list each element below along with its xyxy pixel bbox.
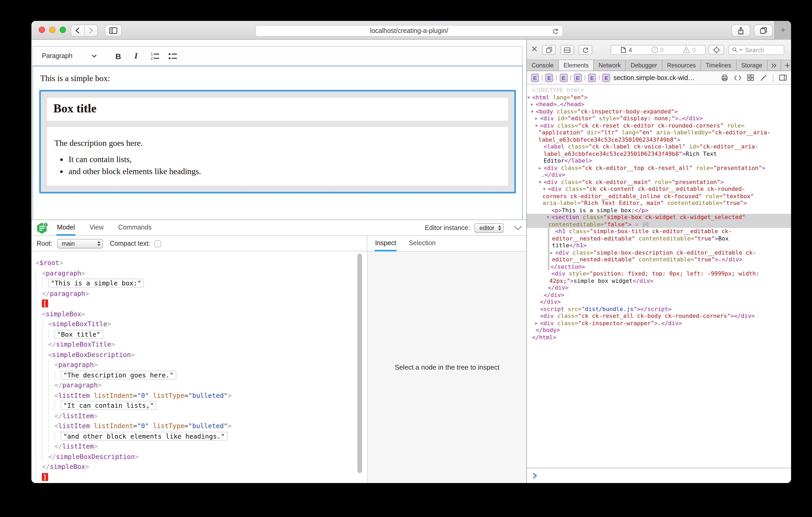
code-line[interactable]: <label class="ck ck-label ck-voice-label… (527, 143, 791, 150)
breadcrumb-selector[interactable]: section.simple-box.ck-wid… (613, 74, 695, 81)
devtools-tab-storage[interactable]: Storage (736, 60, 767, 70)
url-field[interactable]: localhost/creating-a-plugin/ (255, 25, 563, 37)
tab-view[interactable]: View (89, 220, 104, 236)
model-tree-line[interactable]: <simpleBoxDescription> (36, 349, 367, 360)
code-line[interactable]: label_e63cbbfece34c53ce23501062343f49b8"… (527, 136, 791, 143)
forward-button[interactable] (84, 25, 97, 36)
close-window-button[interactable] (39, 27, 45, 33)
devtools-reload-button[interactable] (579, 45, 592, 55)
description-paragraph[interactable]: The description goes here. (54, 139, 501, 148)
devtools-close-button[interactable] (531, 45, 538, 52)
root-select[interactable]: main (57, 239, 103, 248)
element-picker-button[interactable] (708, 45, 724, 55)
model-tree-line[interactable]: </listItem> (36, 410, 367, 421)
model-tree-line[interactable]: <$root> (36, 258, 367, 268)
code-line[interactable]: <p>This is a simple box:</p> (527, 207, 791, 214)
grid-view-icon[interactable] (747, 74, 754, 81)
zoom-window-button[interactable] (60, 27, 66, 33)
back-button[interactable] (71, 25, 84, 36)
model-tree-line[interactable]: "Box title" (36, 329, 367, 339)
dock-side-button[interactable] (560, 45, 574, 55)
box-description[interactable]: The description goes here. It can contai… (47, 127, 508, 186)
code-line[interactable]: aria-label="Rich Text Editor, main" cont… (527, 200, 791, 207)
code-line[interactable]: corners ck-editor__editable_inline ck-fo… (527, 193, 791, 200)
code-line[interactable]: Editor</label> (527, 157, 791, 164)
code-line[interactable]: <div style="position: fixed; top: 0px; l… (527, 270, 791, 277)
code-line[interactable]: ▶<div class="simple-box-description ck-e… (527, 249, 791, 256)
source-code-icon[interactable] (734, 74, 742, 81)
code-line[interactable]: ▶<head>…</head> (527, 101, 791, 108)
model-tree-line[interactable]: [ (36, 299, 367, 309)
tab-selection[interactable]: Selection (408, 236, 436, 251)
model-tree-line[interactable]: </listItem> (36, 441, 367, 451)
page-count-badge[interactable]: 4 (621, 47, 632, 53)
model-tree-line[interactable]: <simpleBox> (36, 309, 367, 319)
code-line[interactable]: "application" dir="ltr" lang="en" aria-l… (527, 129, 791, 136)
code-line[interactable]: …</div> (527, 172, 791, 179)
tree-scrollbar[interactable] (357, 253, 362, 473)
code-line[interactable]: ▼<body class="ck-inspector-body-expanded… (527, 108, 791, 115)
code-line[interactable]: ▶<div class="ck-inspector-wrapper">…</di… (527, 320, 791, 327)
error-count-badge[interactable]: 0 (651, 47, 664, 53)
list-item[interactable]: and other block elements like headings. (68, 167, 501, 176)
intro-paragraph[interactable]: This is a simple box: (40, 74, 522, 83)
code-line[interactable]: </div> (527, 299, 791, 306)
tab-inspect[interactable]: Inspect (375, 236, 397, 251)
editor-instance-select[interactable]: editor (474, 223, 504, 233)
tab-commands[interactable]: Commands (118, 220, 152, 236)
model-tree-line[interactable]: ] (36, 472, 367, 482)
model-tree-line[interactable]: </paragraph> (36, 380, 367, 390)
add-tab-button[interactable] (781, 60, 791, 70)
devtools-tab-resources[interactable]: Resources (662, 60, 701, 70)
code-line[interactable]: <h1 class="simple-box-title ck-editor__e… (527, 228, 791, 235)
model-tree-line[interactable]: "It can contain lists," (36, 400, 367, 410)
model-tree-line[interactable]: </paragraph> (36, 288, 367, 299)
code-line[interactable]: title</h1> (527, 242, 791, 249)
model-tree-line[interactable]: </$root> (36, 482, 367, 483)
code-line[interactable]: </section> (527, 263, 791, 270)
model-tree-line[interactable]: <listItem listIndent="0" listType="bulle… (36, 421, 367, 431)
code-line[interactable]: 42px;">simple box widget</div> (527, 277, 791, 284)
code-line[interactable]: ▶<div class="ck ck-editor__top ck-reset_… (527, 164, 791, 172)
numbered-list-button[interactable]: 12 (147, 49, 163, 63)
bulleted-list-button[interactable] (165, 49, 180, 63)
devtools-tab-console[interactable]: Console (527, 60, 559, 70)
warning-count-badge[interactable]: 0 (683, 47, 696, 53)
code-line[interactable]: <div class="ck ck-reset_all ck-body ck-r… (527, 313, 791, 320)
breadcrumb-item[interactable]: E (545, 73, 553, 82)
model-tree-line[interactable]: </simpleBoxTitle> (36, 339, 367, 349)
minimize-window-button[interactable] (49, 27, 55, 33)
code-line[interactable]: editor__nested-editable" contenteditable… (527, 256, 791, 263)
code-line[interactable]: </div> (527, 284, 791, 292)
model-tree-line[interactable]: "and other block elements like headings.… (36, 431, 367, 441)
list-item[interactable]: It can contain lists, (68, 155, 501, 164)
compact-text-checkbox[interactable] (154, 240, 161, 247)
breadcrumb-item[interactable]: E (603, 73, 610, 82)
code-line[interactable]: </html> (527, 334, 791, 341)
tab-overview-button[interactable] (754, 25, 773, 37)
model-tree-line[interactable]: <listItem listIndent="0" listType="bulle… (36, 390, 367, 400)
code-line[interactable]: <!DOCTYPE html> (527, 87, 791, 94)
breadcrumb-item[interactable]: E (559, 73, 568, 82)
model-tree-line[interactable]: "The description goes here." (36, 370, 367, 380)
share-button[interactable] (731, 25, 750, 37)
code-line[interactable]: ▼<div class="ck ck-content ck-editor__ed… (527, 186, 791, 193)
model-tree-line[interactable]: <paragraph> (36, 268, 367, 278)
reload-icon[interactable] (552, 28, 559, 35)
code-line[interactable]: ▼<section class="simple-box ck-widget ck… (527, 214, 791, 221)
code-line[interactable]: ▼<html lang="en"> (527, 94, 791, 101)
code-line[interactable]: ▼<div class="ck ck-editor__main" role="p… (527, 179, 791, 186)
code-line[interactable]: contenteditable="false"> = $0 (527, 221, 791, 228)
details-sidebar-icon[interactable] (779, 74, 787, 81)
devtools-tab-network[interactable]: Network (594, 60, 626, 70)
breadcrumb-item[interactable]: E (588, 73, 596, 82)
code-line[interactable]: </div> (527, 292, 791, 299)
model-tree-line[interactable]: </simpleBox> (36, 462, 367, 472)
code-line[interactable]: </body> (527, 327, 791, 334)
sidebar-toggle-button[interactable] (105, 25, 122, 37)
tab-model[interactable]: Model (57, 220, 75, 236)
devtools-search-field[interactable]: Search (728, 45, 784, 55)
model-tree-line[interactable]: </simpleBoxDescription> (36, 451, 367, 462)
bold-button[interactable]: B (110, 49, 126, 63)
paragraph-dropdown[interactable]: Paragraph (40, 49, 101, 63)
